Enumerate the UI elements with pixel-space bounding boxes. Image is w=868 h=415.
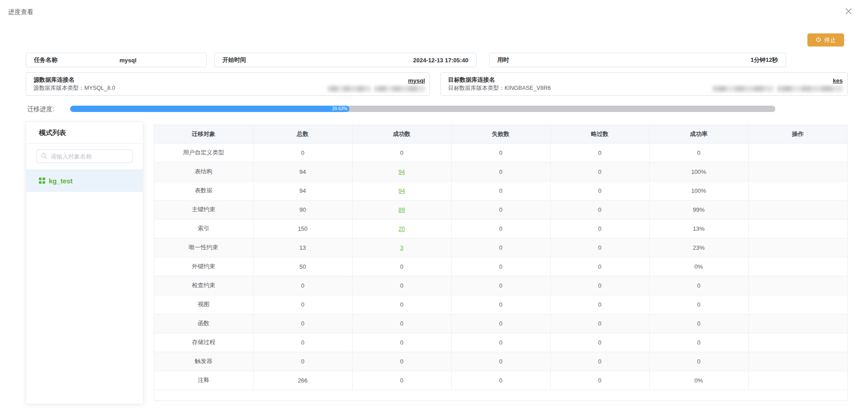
object-cell: 唯一性约束	[154, 238, 253, 257]
skipped-cell: 0	[550, 219, 649, 238]
progress-dialog: 进度查看 停止 任务名称 mysql 开始时间 2024-12-13 17:05…	[0, 0, 868, 415]
stop-button[interactable]: 停止	[807, 33, 844, 47]
rate-cell: 23%	[649, 238, 748, 257]
skipped-cell: 0	[550, 238, 649, 257]
total-cell: 266	[253, 371, 352, 390]
success-count-link[interactable]: 94	[398, 168, 405, 175]
total-cell: 50	[253, 257, 352, 276]
target-connection-link[interactable]: kes	[833, 77, 843, 84]
success-cell: 0	[352, 314, 451, 333]
success-cell: 0	[352, 295, 451, 314]
schema-grid-icon	[39, 177, 45, 184]
migration-progress-label: 迁移进度:	[27, 105, 54, 113]
action-cell	[748, 238, 847, 257]
table-row: 触发器00000	[154, 352, 847, 371]
progress-fill: 39.63%	[70, 106, 349, 112]
failed-cell: 0	[451, 352, 550, 371]
rate-cell: 0%	[649, 257, 748, 276]
failed-cell: 0	[451, 219, 550, 238]
total-cell: 0	[253, 333, 352, 352]
action-cell	[748, 181, 847, 200]
source-db-version: 源数据库版本类型：MYSQL_8.0	[33, 84, 115, 92]
failed-cell: 0	[451, 143, 550, 162]
column-header: 迁移对象	[154, 125, 253, 143]
total-cell: 0	[253, 143, 352, 162]
progress-percent-label: 39.63%	[332, 106, 347, 111]
column-header: 成功数	[352, 125, 451, 143]
success-cell: 89	[352, 200, 451, 219]
target-host-redacted	[712, 86, 843, 92]
action-cell	[748, 314, 847, 333]
success-count-link[interactable]: 20	[398, 225, 405, 232]
schema-list-title: 模式列表	[26, 122, 143, 144]
success-cell: 0	[352, 352, 451, 371]
object-cell: 触发器	[154, 352, 253, 371]
success-count-link[interactable]: 89	[398, 206, 405, 213]
success-cell: 0	[352, 257, 451, 276]
schema-search	[37, 149, 132, 163]
rate-cell: 99%	[649, 200, 748, 219]
page-title: 进度查看	[8, 8, 33, 16]
total-cell: 94	[253, 162, 352, 181]
skipped-cell: 0	[550, 143, 649, 162]
skipped-cell: 0	[550, 276, 649, 295]
rate-cell: 0	[649, 352, 748, 371]
target-db-title: 目标数据库连接名	[448, 76, 551, 84]
migration-progress-bar: 39.63%	[70, 106, 775, 112]
success-cell: 0	[352, 371, 451, 390]
source-db-title: 源数据库连接名	[33, 76, 115, 84]
object-cell: 检查约束	[154, 276, 253, 295]
column-header: 总数	[253, 125, 352, 143]
action-cell	[748, 371, 847, 390]
task-name-label: 任务名称	[34, 56, 57, 64]
failed-cell: 0	[451, 371, 550, 390]
failed-cell: 0	[451, 314, 550, 333]
source-db-info: 源数据库连接名 源数据库版本类型：MYSQL_8.0	[33, 76, 115, 92]
power-icon	[816, 37, 821, 44]
task-name-value: mysql	[57, 57, 198, 64]
total-cell: 150	[253, 219, 352, 238]
search-input[interactable]	[37, 149, 132, 163]
source-db-panel: 源数据库连接名 源数据库版本类型：MYSQL_8.0 mysql	[26, 72, 430, 96]
failed-cell: 0	[451, 181, 550, 200]
action-cell	[748, 295, 847, 314]
action-cell	[748, 143, 847, 162]
source-connection-link[interactable]: mysql	[408, 77, 425, 84]
skipped-cell: 0	[550, 333, 649, 352]
object-cell: 用户自定义类型	[154, 143, 253, 162]
action-cell	[748, 200, 847, 219]
rate-cell: 0	[649, 276, 748, 295]
table-row: 表数据949400100%	[154, 181, 847, 200]
total-cell: 90	[253, 200, 352, 219]
object-cell: 存储过程	[154, 333, 253, 352]
skipped-cell: 0	[550, 181, 649, 200]
success-cell: 0	[352, 276, 451, 295]
table-row: 外键约束500000%	[154, 257, 847, 276]
table-row: 检查约束00000	[154, 276, 847, 295]
total-cell: 13	[253, 238, 352, 257]
success-cell: 94	[352, 181, 451, 200]
object-cell: 外键约束	[154, 257, 253, 276]
failed-cell: 0	[451, 200, 550, 219]
close-icon[interactable]	[844, 7, 854, 17]
search-icon	[41, 153, 47, 159]
table-row: 唯一性约束1330023%	[154, 238, 847, 257]
schema-sidebar: 模式列表 kg_test	[26, 121, 143, 404]
table-row: 函数00000	[154, 314, 847, 333]
rate-cell: 0	[649, 295, 748, 314]
sidebar-item-kg_test[interactable]: kg_test	[26, 169, 143, 192]
skipped-cell: 0	[550, 162, 649, 181]
total-cell: 0	[253, 276, 352, 295]
rate-cell: 0	[649, 333, 748, 352]
skipped-cell: 0	[550, 257, 649, 276]
rate-cell: 100%	[649, 181, 748, 200]
success-count-link[interactable]: 3	[400, 244, 403, 251]
start-time-field: 开始时间 2024-12-13 17:05:40	[214, 53, 476, 67]
action-cell	[748, 162, 847, 181]
failed-cell: 0	[451, 276, 550, 295]
source-host-redacted	[328, 86, 425, 92]
success-cell: 20	[352, 219, 451, 238]
action-cell	[748, 352, 847, 371]
success-count-link[interactable]: 94	[398, 187, 405, 194]
table-row: 注释2660000%	[154, 371, 847, 390]
